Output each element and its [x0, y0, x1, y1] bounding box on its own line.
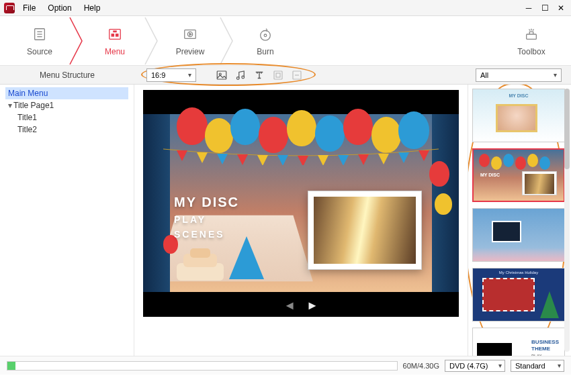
- svg-line-15: [533, 29, 534, 30]
- svg-line-14: [529, 29, 530, 30]
- aspect-ratio-select[interactable]: 16:9: [146, 68, 196, 82]
- svg-marker-24: [177, 150, 187, 161]
- template-list: MY DISC MY DISC My Christmas Holiday: [468, 85, 571, 356]
- svg-marker-36: [419, 150, 429, 161]
- disc-usage-bar: [7, 361, 398, 371]
- delete-chapter-icon: [288, 66, 306, 85]
- menu-file[interactable]: File: [23, 3, 36, 13]
- svg-point-10: [261, 30, 271, 40]
- prev-page-icon[interactable]: ◄: [283, 299, 296, 313]
- tab-menu[interactable]: Menu: [86, 16, 144, 65]
- menu-structure-label: Menu Structure: [0, 70, 134, 80]
- svg-rect-6: [116, 34, 119, 37]
- tab-label: Preview: [176, 47, 205, 56]
- template-thumb[interactable]: MY DISC: [472, 89, 565, 142]
- option-bar: Menu Structure 16:9 All: [0, 66, 571, 85]
- svg-point-11: [264, 34, 267, 37]
- disc-usage-text: 60M/4.30G: [403, 362, 439, 370]
- tab-label: Toolbox: [517, 47, 545, 56]
- menu-structure-tree: Main Menu ▾Title Page1 Title1 Title2: [0, 85, 134, 356]
- tab-toolbox[interactable]: Toolbox: [502, 16, 560, 65]
- disc-type-select[interactable]: DVD (4.7G): [445, 360, 505, 372]
- svg-point-19: [242, 76, 245, 79]
- next-page-icon[interactable]: ►: [306, 299, 318, 313]
- add-music-icon[interactable]: [231, 66, 250, 85]
- close-button[interactable]: ✕: [555, 3, 567, 13]
- menu-option[interactable]: Option: [48, 3, 71, 13]
- tree-node-title1[interactable]: Title1: [5, 111, 128, 124]
- svg-marker-25: [197, 152, 208, 163]
- menu-title-text[interactable]: MY DISC PLAY SCENES: [174, 195, 239, 240]
- minimize-button[interactable]: ─: [523, 3, 535, 13]
- chevron-icon: [144, 16, 161, 66]
- chevron-icon: [219, 16, 236, 66]
- tab-label: Burn: [257, 47, 273, 56]
- maximize-button[interactable]: ☐: [539, 3, 551, 13]
- menu-preview-canvas[interactable]: MY DISC PLAY SCENES ◄ ►: [143, 90, 459, 317]
- status-bar: 60M/4.30G DVD (4.7G) Standard: [0, 356, 571, 375]
- chevron-icon: [69, 16, 86, 66]
- svg-marker-35: [398, 152, 409, 163]
- svg-rect-7: [113, 30, 117, 32]
- aspect-ratio-value: 16:9: [151, 71, 165, 79]
- template-thumb[interactable]: My Christmas Holiday: [472, 268, 565, 322]
- svg-marker-28: [257, 155, 268, 165]
- tree-node-title2[interactable]: Title2: [5, 124, 128, 136]
- svg-marker-31: [318, 155, 328, 165]
- svg-rect-12: [527, 34, 537, 39]
- template-thumb[interactable]: [472, 208, 565, 262]
- titlebar: File Option Help ─ ☐ ✕: [0, 0, 571, 16]
- add-image-icon[interactable]: [212, 66, 231, 85]
- template-scrollbar[interactable]: [564, 89, 570, 352]
- svg-marker-34: [378, 154, 389, 164]
- tab-preview[interactable]: Preview: [161, 16, 219, 65]
- tab-burn[interactable]: Burn: [236, 16, 294, 65]
- chapter-thumbnail[interactable]: [308, 191, 422, 270]
- svg-marker-33: [358, 154, 369, 165]
- quality-select[interactable]: Standard: [511, 360, 564, 372]
- app-icon: [4, 3, 15, 13]
- workflow-tabs: Source Menu Preview Burn Toolbox: [0, 16, 571, 66]
- svg-rect-5: [112, 34, 115, 37]
- svg-point-18: [236, 77, 239, 79]
- svg-rect-16: [217, 71, 226, 79]
- template-thumb[interactable]: MY DISC: [472, 148, 565, 202]
- menu-play-text: PLAY: [174, 214, 239, 225]
- tree-node-title-page[interactable]: ▾Title Page1: [5, 99, 128, 111]
- svg-marker-32: [338, 155, 349, 165]
- template-filter-select[interactable]: All: [476, 68, 562, 82]
- tab-label: Menu: [105, 47, 125, 56]
- canvas-area: MY DISC PLAY SCENES ◄ ►: [134, 85, 468, 356]
- add-text-icon[interactable]: [250, 66, 269, 85]
- nav-arrows: ◄ ►: [143, 297, 459, 314]
- template-filter-value: All: [480, 71, 488, 79]
- menu-scenes-text: SCENES: [174, 229, 239, 240]
- tree-node-main-menu[interactable]: Main Menu: [5, 87, 128, 99]
- svg-marker-27: [237, 154, 248, 165]
- svg-rect-20: [274, 71, 282, 79]
- tab-source[interactable]: Source: [11, 16, 69, 65]
- template-thumb[interactable]: BUSINESS THEME PLAY SCENE: [472, 328, 565, 356]
- tab-label: Source: [27, 47, 52, 56]
- svg-marker-29: [277, 155, 288, 165]
- svg-rect-21: [276, 73, 280, 77]
- svg-marker-30: [298, 156, 308, 165]
- svg-marker-26: [217, 154, 228, 164]
- add-chapter-icon: [269, 66, 288, 85]
- menu-help[interactable]: Help: [84, 3, 101, 13]
- main-body: Main Menu ▾Title Page1 Title1 Title2: [0, 85, 571, 356]
